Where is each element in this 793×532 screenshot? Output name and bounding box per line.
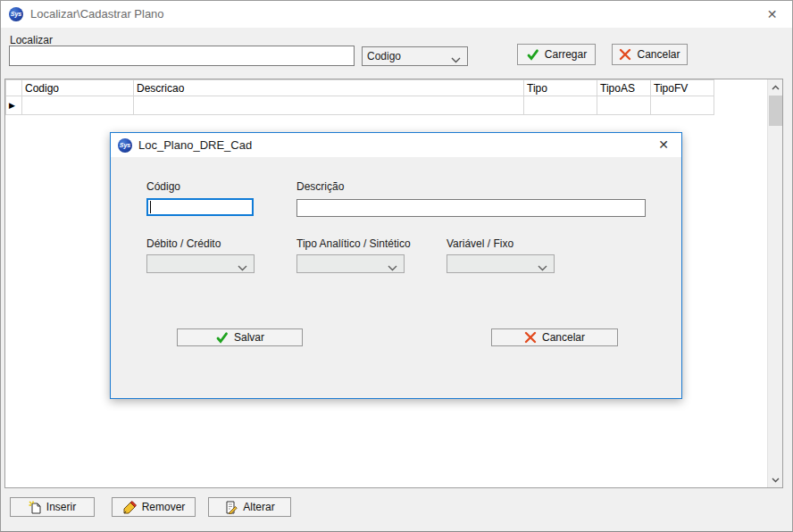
search-input[interactable] (9, 46, 355, 66)
text-caret (150, 201, 151, 213)
scroll-up-icon[interactable] (768, 79, 783, 95)
variavel-fixo-label: Variável / Fixo (447, 237, 513, 250)
close-icon[interactable]: ✕ (752, 1, 792, 28)
cross-icon (524, 331, 537, 344)
new-document-icon (29, 501, 41, 514)
cancelar-button[interactable]: Cancelar (612, 44, 688, 65)
cell-codigo[interactable] (22, 96, 134, 115)
descricao-label: Descrição (296, 180, 344, 193)
cross-icon (619, 48, 631, 61)
edit-document-icon (224, 501, 238, 514)
grid-header-tipoas[interactable]: TipoAS (597, 80, 651, 96)
debito-credito-label: Débito / Crédito (146, 237, 221, 250)
remover-button-label: Remover (142, 501, 186, 513)
search-field-combo-value: Codigo (367, 50, 401, 62)
grid-header-row: Codigo Descricao Tipo TipoAS TipoFV (6, 80, 714, 96)
cell-tipoas[interactable] (597, 96, 651, 115)
chevron-down-icon (388, 262, 397, 274)
chevron-down-icon (451, 54, 461, 66)
localizar-label: Localizar (10, 34, 53, 46)
grid-header-codigo[interactable]: Codigo (22, 80, 134, 96)
inserir-button[interactable]: Inserir (10, 497, 95, 517)
grid-header-tipo[interactable]: Tipo (524, 80, 597, 96)
search-field-combo[interactable]: Codigo (362, 46, 468, 66)
sys-logo-icon: Sys (9, 7, 23, 21)
codigo-field[interactable] (146, 198, 254, 216)
variavel-fixo-combo[interactable] (447, 254, 555, 273)
remover-button[interactable]: Remover (112, 497, 196, 517)
table-row[interactable]: ▶ (6, 96, 714, 115)
grid-header-tipofv[interactable]: TipoFV (651, 80, 714, 96)
chevron-down-icon (538, 262, 547, 274)
carregar-button-label: Carregar (545, 48, 587, 61)
cell-descricao[interactable] (134, 96, 524, 115)
tipo-analitico-label: Tipo Analítico / Sintético (296, 237, 411, 250)
row-marker-icon: ▶ (9, 101, 15, 110)
inserir-button-label: Inserir (46, 501, 76, 513)
cancelar-button-label: Cancelar (637, 48, 680, 61)
sys-logo-icon: Sys (118, 138, 132, 153)
window-title: Localizar\Cadastrar Plano (30, 1, 164, 28)
scroll-down-icon[interactable] (768, 472, 783, 487)
dialog-title: Loc_Plano_DRE_Cad (138, 133, 252, 157)
check-icon (526, 48, 539, 62)
cell-tipo[interactable] (524, 96, 597, 115)
results-grid: Codigo Descricao Tipo TipoAS TipoFV ▶ (5, 79, 714, 115)
alterar-button[interactable]: Alterar (208, 497, 291, 517)
main-window: Sys Localizar\Cadastrar Plano ✕ Localiza… (0, 0, 793, 532)
cell-tipofv[interactable] (651, 96, 714, 115)
salvar-button-label: Salvar (234, 331, 264, 344)
dialog-close-icon[interactable]: ✕ (646, 133, 681, 157)
alterar-button-label: Alterar (243, 501, 274, 513)
dialog-titlebar: Sys Loc_Plano_DRE_Cad ✕ (111, 133, 681, 157)
debito-credito-combo[interactable] (146, 254, 255, 273)
dialog-cancelar-button[interactable]: Cancelar (491, 328, 618, 346)
scrollbar-thumb[interactable] (769, 96, 782, 126)
carregar-button[interactable]: Carregar (517, 44, 596, 65)
grid-header-selector (6, 80, 22, 96)
chevron-down-icon (238, 262, 247, 274)
grid-header-descricao[interactable]: Descricao (134, 80, 524, 96)
descricao-field[interactable] (296, 199, 646, 217)
tipo-analitico-combo[interactable] (296, 254, 405, 273)
main-titlebar: Sys Localizar\Cadastrar Plano ✕ (1, 1, 792, 28)
loc-plano-dre-cad-dialog: Sys Loc_Plano_DRE_Cad ✕ Código Descrição… (110, 132, 682, 399)
dialog-cancelar-button-label: Cancelar (542, 331, 585, 344)
check-icon (215, 331, 229, 345)
pencil-erase-icon (122, 501, 137, 514)
codigo-label: Código (146, 180, 180, 193)
salvar-button[interactable]: Salvar (177, 328, 303, 346)
vertical-scrollbar[interactable] (767, 79, 782, 487)
row-selector-cell: ▶ (6, 96, 22, 115)
